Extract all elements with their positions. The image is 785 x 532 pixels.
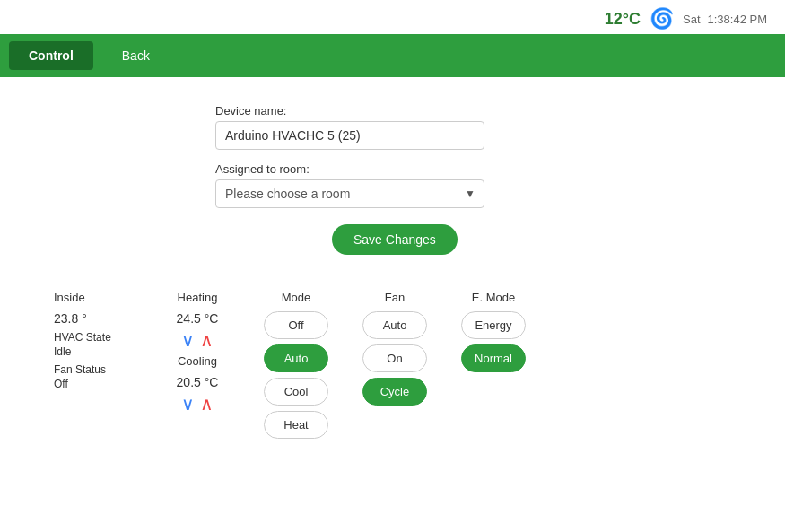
time-label: 1:38:42 PM [708,13,768,26]
emode-normal-button[interactable]: Normal [461,344,526,372]
device-name-group: Device name: [215,104,484,150]
emode-energy-button[interactable]: Energy [461,311,526,339]
room-select-wrapper: Please choose a room ▼ [215,179,484,208]
fan-cycle-button[interactable]: Cycle [362,378,427,406]
hvac-state-value: Idle [54,345,71,358]
status-bar: 12°C 🌀 Sat 1:38:42 PM [0,0,785,34]
fan-status-value: Off [54,378,68,390]
inside-value: 23.8 ° [54,311,135,326]
heating-label: Heating [178,291,218,304]
heating-arrows: ∨ ∧ [181,331,214,349]
heating-up-button[interactable]: ∧ [200,331,214,349]
mode-label: Mode [282,291,311,304]
heating-down-button[interactable]: ∨ [181,331,195,349]
fan-auto-button[interactable]: Auto [362,311,427,339]
back-button[interactable]: Back [111,41,161,70]
cooling-down-button[interactable]: ∨ [181,395,195,413]
emode-column: E. Mode Energy Normal [458,291,529,378]
main-content: Device name: Assigned to room: Please ch… [0,95,785,471]
day-label: Sat [683,13,701,26]
cooling-arrows: ∨ ∧ [181,395,214,413]
room-label: Assigned to room: [215,162,484,176]
hvac-state-label: HVAC State [54,331,111,344]
inside-column: Inside 23.8 ° HVAC State Idle Fan Status… [54,291,135,396]
mode-auto-button[interactable]: Auto [264,344,328,372]
mode-column: Mode Off Auto Cool Heat [260,291,332,444]
temperature-display: 12°C [605,10,641,29]
mode-cool-button[interactable]: Cool [264,378,328,406]
device-name-input[interactable] [215,121,484,150]
controls-grid: Inside 23.8 ° HVAC State Idle Fan Status… [54,291,731,444]
datetime-display: Sat 1:38:42 PM [683,13,767,26]
fan-column: Fan Auto On Cycle [359,291,431,411]
heating-value: 24.5 °C [177,311,219,326]
cooling-up-button[interactable]: ∧ [200,395,214,413]
emode-label: E. Mode [472,291,515,304]
room-group: Assigned to room: Please choose a room ▼ [215,162,484,208]
cooling-value: 20.5 °C [177,375,219,389]
fan-label: Fan [385,291,405,304]
fan-on-button[interactable]: On [362,344,427,372]
controls-section: Inside 23.8 ° HVAC State Idle Fan Status… [36,282,749,453]
room-select[interactable]: Please choose a room [215,179,484,208]
nav-bar: Control Back [0,34,785,77]
weather-icon: 🌀 [650,7,674,31]
inside-label: Inside [54,291,135,304]
cooling-label: Cooling [178,354,217,368]
save-changes-button[interactable]: Save Changes [332,224,458,255]
mode-off-button[interactable]: Off [264,311,328,339]
mode-heat-button[interactable]: Heat [264,411,328,439]
device-name-label: Device name: [215,104,484,118]
device-form: Device name: Assigned to room: Please ch… [215,104,749,255]
fan-status-label: Fan Status [54,363,106,376]
heating-cooling-column: Heating 24.5 °C ∨ ∧ Cooling 20.5 °C ∨ ∧ [161,291,233,418]
control-button[interactable]: Control [9,41,93,70]
